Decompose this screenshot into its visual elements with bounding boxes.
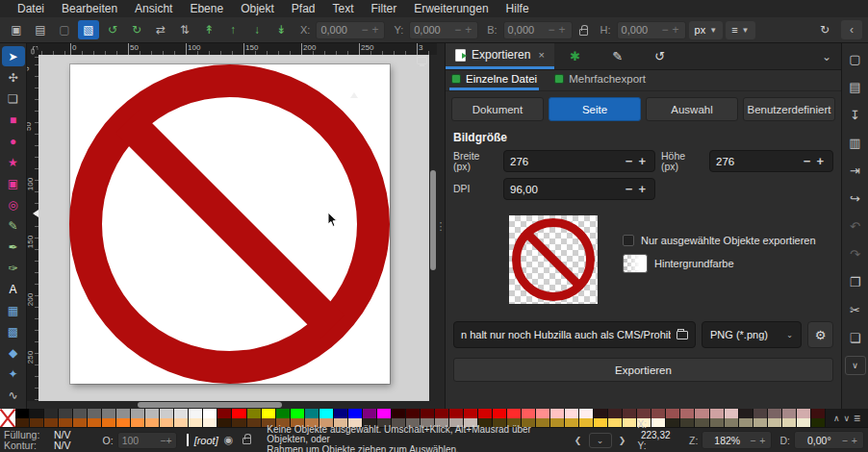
copy-icon[interactable]: ❐: [845, 272, 866, 291]
document-page[interactable]: [70, 64, 390, 384]
color-swatch[interactable]: [102, 418, 116, 428]
area-benutzerdefiniert-button[interactable]: Benutzerdefiniert: [743, 97, 835, 121]
rotation-field[interactable]: 0,00°−+: [794, 431, 864, 449]
color-swatch[interactable]: [651, 409, 666, 418]
color-swatch[interactable]: [478, 409, 493, 418]
color-swatch[interactable]: [232, 418, 246, 428]
select-all-icon[interactable]: ▣: [6, 20, 27, 39]
import-icon[interactable]: ⇥: [845, 161, 866, 180]
color-swatch[interactable]: [522, 409, 536, 418]
format-dropdown[interactable]: PNG (*.png)⌄: [702, 321, 802, 348]
horizontal-ruler[interactable]: 0501001502002503: [38, 43, 437, 55]
color-swatch[interactable]: [594, 418, 608, 428]
canvas-viewport[interactable]: [38, 55, 429, 401]
horizontal-scrollbar[interactable]: [27, 401, 437, 409]
browse-folder-icon[interactable]: [677, 331, 688, 339]
export-icon[interactable]: ↪: [845, 188, 866, 208]
opacity-field[interactable]: 100−+: [117, 432, 177, 449]
calligraphy-tool[interactable]: ✑: [2, 258, 25, 278]
palette-scroll-up-icon[interactable]: ∧: [833, 414, 840, 423]
spiral-tool[interactable]: ◎: [2, 194, 25, 214]
color-swatch[interactable]: [739, 409, 753, 418]
color-swatch[interactable]: [276, 409, 291, 418]
commandbar-expand-icon[interactable]: ∨: [845, 356, 866, 375]
background-color-swatch[interactable]: [623, 254, 648, 273]
star-tool[interactable]: ★: [2, 152, 25, 172]
color-swatch[interactable]: [291, 409, 305, 418]
menu-filter[interactable]: Filter: [364, 1, 405, 16]
area-auswahl-button[interactable]: Auswahl: [646, 97, 738, 121]
menu-bearbeiten[interactable]: Bearbeiten: [54, 1, 125, 16]
menu-objekt[interactable]: Objekt: [233, 1, 282, 16]
color-swatch[interactable]: [174, 418, 189, 428]
tab-exportieren[interactable]: Exportieren ×: [446, 43, 554, 69]
tab-fill-stroke-icon[interactable]: ✱: [554, 43, 597, 69]
shape-builder-tool[interactable]: ❏: [2, 88, 25, 109]
ellipse-tool[interactable]: ●: [2, 131, 25, 151]
color-swatch[interactable]: [116, 418, 131, 428]
new-document-icon[interactable]: ▢: [845, 49, 866, 68]
lock-ratio-icon[interactable]: [579, 29, 588, 36]
only-selected-checkbox[interactable]: [623, 235, 634, 246]
unit-dropdown[interactable]: px▼: [689, 21, 724, 39]
save-document-icon[interactable]: ↧: [845, 105, 866, 124]
cut-icon[interactable]: ✂: [845, 300, 866, 319]
current-layer-label[interactable]: [root]: [194, 435, 218, 446]
color-swatch[interactable]: [15, 409, 30, 418]
redo-icon[interactable]: ↷: [845, 244, 866, 264]
dpi-field[interactable]: 96,00−+: [503, 178, 655, 200]
color-swatch[interactable]: [811, 418, 826, 428]
color-swatch[interactable]: [59, 409, 73, 418]
page-next-icon[interactable]: ❯: [615, 433, 630, 448]
color-swatch[interactable]: [811, 409, 826, 418]
flip-vertical-icon[interactable]: ⇅: [174, 20, 195, 39]
color-swatch[interactable]: [797, 418, 811, 428]
color-swatch[interactable]: [30, 409, 44, 418]
menu-ansicht[interactable]: Ansicht: [127, 1, 180, 16]
vertical-ruler[interactable]: 050100150200250: [27, 55, 38, 409]
area-dokument-button[interactable]: Dokument: [451, 97, 544, 121]
color-swatch[interactable]: [725, 409, 739, 418]
flip-horizontal-icon[interactable]: ⇄: [150, 20, 171, 39]
dropper-tool[interactable]: ◆: [2, 342, 25, 363]
color-swatch[interactable]: [15, 418, 30, 428]
color-swatch[interactable]: [666, 409, 680, 418]
color-swatch[interactable]: [203, 418, 217, 428]
color-swatch[interactable]: [637, 409, 651, 418]
page-select-dropdown[interactable]: ⌄: [589, 433, 612, 448]
color-swatch[interactable]: [189, 409, 203, 418]
color-swatch[interactable]: [392, 409, 406, 418]
color-swatch[interactable]: [131, 418, 145, 428]
vertical-scrollbar-thumb[interactable]: [430, 170, 436, 270]
color-swatch[interactable]: [59, 418, 73, 428]
tab-document-properties-icon[interactable]: ✎: [597, 43, 639, 69]
color-swatch[interactable]: [725, 418, 739, 428]
color-swatch[interactable]: [247, 409, 262, 418]
menu-hilfe[interactable]: Hilfe: [498, 1, 537, 16]
color-swatch[interactable]: [710, 418, 725, 428]
color-swatch[interactable]: [217, 418, 232, 428]
color-swatch[interactable]: [695, 409, 709, 418]
color-swatch[interactable]: [334, 409, 348, 418]
color-swatch[interactable]: [565, 409, 579, 418]
palette-scroll-down-icon[interactable]: ∨: [843, 414, 850, 423]
tab-undo-history-icon[interactable]: ↺: [639, 43, 681, 69]
color-swatch[interactable]: [623, 418, 637, 428]
horizontal-scrollbar-thumb[interactable]: [138, 402, 282, 408]
layer-visibility-eye-icon[interactable]: ◉: [224, 434, 234, 446]
lower-icon[interactable]: ↓: [246, 20, 268, 39]
color-swatch[interactable]: [579, 418, 594, 428]
color-swatch[interactable]: [435, 409, 449, 418]
filename-input[interactable]: n halt nur noch Hubzilla auch als CMS/Pr…: [453, 321, 696, 348]
dialog-menu-chevron-icon[interactable]: ⌄: [812, 43, 841, 69]
color-swatch[interactable]: [680, 418, 695, 428]
panel-splitter[interactable]: ⋮: [437, 43, 445, 409]
fill-value[interactable]: N/V: [54, 430, 71, 440]
pencil-tool[interactable]: ✎: [2, 215, 25, 236]
color-swatch[interactable]: [88, 409, 102, 418]
width-field[interactable]: 0,000−+: [503, 21, 573, 39]
menu-datei[interactable]: Datei: [10, 1, 52, 16]
paint-bucket-tool[interactable]: ✦: [2, 364, 25, 384]
color-swatch[interactable]: [594, 409, 608, 418]
height-field[interactable]: 0,000−+: [617, 21, 686, 39]
